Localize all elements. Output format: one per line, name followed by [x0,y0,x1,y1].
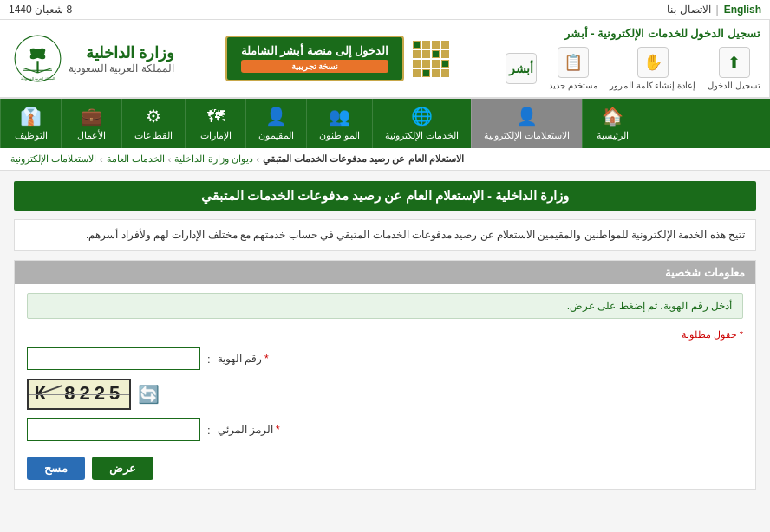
breadcrumb-public-services[interactable]: الخدمات العامة [107,153,165,165]
reset-password-label: إعادة إنشاء كلمة المرور [610,81,695,90]
absher-card[interactable]: الدخول إلى منصة أبشر الشاملة نسخة تجريبي… [225,36,404,81]
id-label: * رقم الهوية [218,353,269,365]
nav-label-recruitment: التوظيف [15,130,48,141]
captcha-image: K 8225 [27,379,131,410]
new-user-icon: 📋 [558,47,589,78]
top-bar-right: 8 شعبان 1440 [9,3,72,16]
main-content: وزارة الداخلية - الإستعلام العام عن رصيد… [0,171,770,500]
nav-item-sectors[interactable]: ⚙ القطاعات [121,99,185,148]
svg-point-0 [15,36,61,81]
top-bar-left: English | الاتصال بنا [667,3,761,16]
nav-label-e-inquiry: الاستعلامات الإلكترونية [484,130,570,141]
clear-button[interactable]: مسح [27,457,85,480]
section-header: معلومات شخصية [15,261,755,284]
top-bar: English | الاتصال بنا 8 شعبان 1440 [0,0,770,20]
recruitment-icon: 👔 [20,106,42,127]
login-section: تسجيل الدخول للخدمات الإلكترونية - أبشر … [484,20,770,97]
nav-item-citizens[interactable]: 👥 المواطنون [306,99,372,148]
logo-section: وزارة الداخلية المملكة العربية السعودية … [0,20,191,97]
absher-dots-logo [413,41,449,77]
absher-logo-item[interactable]: أبشر [506,53,537,84]
logo-text: وزارة الداخلية المملكة العربية السعودية [69,43,174,75]
required-note: * حقول مطلوبة [27,329,743,341]
nav-label-residents: المقيمون [258,130,294,141]
absher-text: الدخول إلى منصة أبشر الشاملة [241,44,388,57]
nav-label-e-services: الخدمات الإلكترونية [385,130,459,141]
nav-item-recruitment[interactable]: 👔 التوظيف [0,99,61,148]
nav-item-home[interactable]: 🏠 الرئيسية [582,99,643,148]
logo-container: وزارة الداخلية المملكة العربية السعودية … [14,35,174,82]
nav-item-e-services[interactable]: 🌐 الخدمات الإلكترونية [372,99,471,148]
svg-rect-1 [36,61,38,73]
form-buttons: عرض مسح [27,457,153,480]
refresh-captcha-icon[interactable]: 🔄 [138,384,160,405]
contact-label: الاتصال بنا [667,3,710,16]
citizens-icon: 👥 [329,106,350,127]
english-link[interactable]: English [724,3,761,16]
info-note: أدخل رقم الهوية، ثم إضغط على عرض. [27,293,743,319]
header-area: تسجيل الدخول للخدمات الإلكترونية - أبشر … [0,20,770,99]
breadcrumb-sep3: › [257,154,260,165]
home-icon: 🏠 [602,106,623,127]
nav-item-emirates[interactable]: 🗺 الإمارات [185,99,245,148]
display-button[interactable]: عرض [92,457,153,480]
absher-trial-badge: نسخة تجريبية [241,60,388,73]
saudi-emblem: المملكة العربية السعودية [14,35,62,82]
captcha-colon: : [207,424,211,437]
id-number-row: * رقم الهوية : [27,347,269,370]
new-user-label: مستخدم جديد [549,81,597,90]
breadcrumb-sep2: › [168,154,172,165]
register-login-item[interactable]: ⬆ تسجيل الدخول [708,47,760,90]
breadcrumb-e-inquiry[interactable]: الاستعلامات الإلكترونية [10,153,96,165]
register-login-label: تسجيل الدخول [708,81,760,90]
nav-label-emirates: الإمارات [200,130,232,141]
page-description: تتيح هذه الخدمة الإلكترونية للمواطنين وا… [14,219,756,251]
reset-password-item[interactable]: ✋ إعادة إنشاء كلمة المرور [610,47,695,90]
captcha-row: 🔄 K 8225 [27,379,160,410]
form-fields: * رقم الهوية : 🔄 K 8225 [27,347,743,480]
business-icon: 💼 [81,106,102,127]
login-icons: ⬆ تسجيل الدخول ✋ إعادة إنشاء كلمة المرور… [493,47,760,90]
nav-item-e-inquiry[interactable]: 👤 الاستعلامات الإلكترونية [471,99,582,148]
breadcrumb-sep1: › [100,154,103,165]
section-body: أدخل رقم الهوية، ثم إضغط على عرض. * حقول… [15,284,755,489]
absher-banner: الدخول إلى منصة أبشر الشاملة نسخة تجريبي… [191,20,484,97]
section-card: معلومات شخصية أدخل رقم الهوية، ثم إضغط ع… [14,260,756,490]
breadcrumb-current: الاستعلام العام عن رصيد مدفوعات الخدمات … [263,153,463,165]
nav-label-home: الرئيسية [597,130,629,141]
svg-text:المملكة العربية السعودية: المملكة العربية السعودية [21,76,54,81]
nav-label-citizens: المواطنون [319,130,360,141]
captcha-text: K 8225 [34,384,123,405]
nav-label-sectors: القطاعات [134,130,173,141]
e-services-icon: 🌐 [411,106,433,127]
nav-item-business[interactable]: 💼 الأعمال [61,99,121,148]
svg-point-4 [30,49,45,56]
page-title: وزارة الداخلية - الإستعلام العام عن رصيد… [14,181,756,211]
e-inquiry-icon: 👤 [516,106,538,127]
new-user-item[interactable]: 📋 مستخدم جديد [549,47,597,90]
country-name: المملكة العربية السعودية [69,62,174,75]
emirates-icon: 🗺 [207,107,225,127]
nav-item-residents[interactable]: 👤 المقيمون [245,99,306,148]
id-colon: : [207,353,211,366]
captcha-input[interactable] [27,418,200,441]
breadcrumb: الاستعلام العام عن رصيد مدفوعات الخدمات … [0,148,770,171]
login-title: تسجيل الدخول للخدمات الإلكترونية - أبشر [493,27,760,40]
captcha-input-row: * الرمز المرئي : [27,418,280,441]
nav-bar: 🏠 الرئيسية 👤 الاستعلامات الإلكترونية 🌐 ا… [0,99,770,148]
nav-label-business: الأعمال [77,130,106,141]
sectors-icon: ⚙ [146,106,161,127]
date-label: 8 شعبان 1440 [9,3,72,16]
top-bar-divider: | [716,3,719,16]
captcha-label: * الرمز المرئي [218,424,280,436]
register-login-icon: ⬆ [719,47,750,78]
absher-logo-icon: أبشر [506,53,537,84]
id-number-input[interactable] [27,347,200,370]
residents-icon: 👤 [265,106,287,127]
reset-password-icon: ✋ [637,47,669,78]
breadcrumb-dewan[interactable]: ديوان وزارة الداخلية [174,153,252,165]
ministry-name: وزارة الداخلية [69,43,174,62]
